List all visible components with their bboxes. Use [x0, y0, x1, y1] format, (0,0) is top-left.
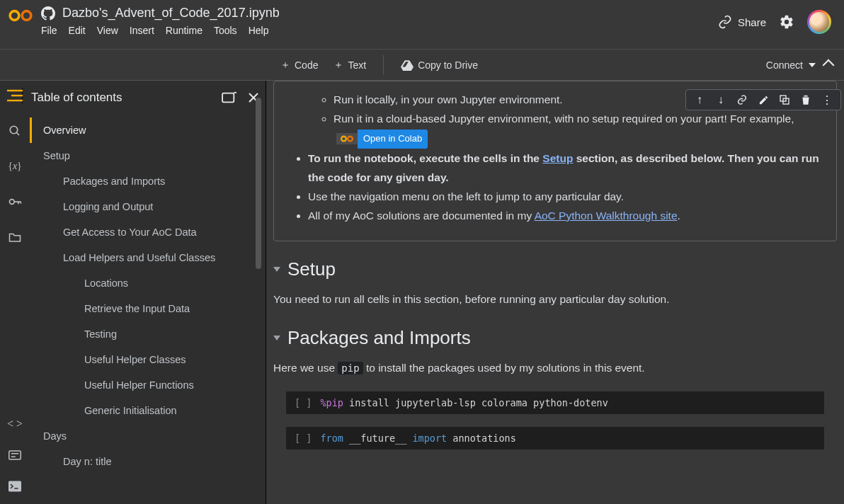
- toc-item[interactable]: Get Access to Your AoC Data: [30, 219, 266, 245]
- packages-description: Here we use pip to install the packages …: [273, 362, 824, 374]
- files-icon[interactable]: [7, 229, 23, 245]
- pip-code: pip: [338, 362, 363, 374]
- mirror-cell-icon[interactable]: [778, 93, 791, 106]
- code-cell[interactable]: [ ] from __future__ import annotations: [286, 427, 824, 449]
- add-text-label: Text: [348, 59, 366, 71]
- pkg-text-1: Here we use: [273, 362, 338, 374]
- menu-runtime[interactable]: Runtime: [166, 25, 203, 36]
- edit-icon[interactable]: [757, 93, 770, 106]
- packages-heading[interactable]: Packages and Imports: [273, 327, 824, 349]
- collapse-header-button[interactable]: [823, 59, 835, 71]
- overview-text: .: [678, 210, 680, 222]
- svg-rect-14: [8, 481, 21, 492]
- code-cell[interactable]: [ ] %pip install jupyterlab-lsp colorama…: [286, 391, 824, 414]
- toc-item[interactable]: Packages and Imports: [30, 168, 266, 194]
- connect-label: Connect: [766, 59, 803, 71]
- delete-icon[interactable]: [799, 93, 812, 106]
- menu-view[interactable]: View: [97, 25, 118, 36]
- separator: [383, 55, 384, 75]
- svg-point-23: [348, 137, 353, 142]
- add-code-button[interactable]: ＋ Code: [280, 59, 318, 71]
- setup-link[interactable]: Setup: [542, 152, 573, 164]
- overview-bullet: Use the navigation menu on the left to j…: [308, 187, 822, 206]
- exec-indicator[interactable]: [ ]: [286, 427, 320, 449]
- toc-item[interactable]: Setup: [30, 143, 266, 168]
- move-up-icon[interactable]: ↑: [693, 93, 706, 106]
- cell-toolbar: ↑ ↓ ⋮: [685, 89, 841, 110]
- overview-bullet: To run the notebook, execute the cells i…: [308, 149, 822, 187]
- account-avatar[interactable]: [807, 10, 831, 34]
- code-token: annotations: [447, 433, 516, 444]
- setup-description: You need to run all cells in this sectio…: [273, 293, 824, 306]
- colab-logo[interactable]: [0, 0, 41, 24]
- copy-to-drive-button[interactable]: Copy to Drive: [401, 59, 478, 71]
- notebook-title[interactable]: Dazbo's_Advent_of_Code_2017.ipynb: [62, 6, 280, 21]
- code-token: %pip: [320, 397, 343, 408]
- toc-item[interactable]: Testing: [30, 321, 266, 347]
- menu-insert[interactable]: Insert: [130, 25, 154, 36]
- share-button[interactable]: Share: [718, 15, 766, 29]
- code-snippets-icon[interactable]: < >: [7, 416, 23, 432]
- code-token: import: [412, 433, 447, 444]
- toc-icon[interactable]: [7, 88, 23, 103]
- setup-heading-label: Setup: [287, 258, 336, 280]
- overview-bullet: Run it in a cloud-based Jupyter environm…: [333, 109, 822, 148]
- toc-scrollbar[interactable]: [256, 98, 261, 269]
- overview-text: To run the notebook, execute the cells i…: [308, 152, 542, 164]
- toc-item[interactable]: Days: [30, 423, 266, 449]
- toc-item[interactable]: Locations: [30, 270, 266, 296]
- command-palette-icon[interactable]: [7, 447, 23, 463]
- exec-indicator[interactable]: [ ]: [286, 391, 320, 414]
- svg-line-6: [16, 132, 19, 135]
- toc-item[interactable]: Day n: title: [30, 449, 266, 474]
- code-token: __future__: [343, 433, 413, 444]
- packages-heading-label: Packages and Imports: [287, 327, 471, 349]
- setup-heading[interactable]: Setup: [273, 258, 824, 280]
- toc-item[interactable]: Load Helpers and Useful Classes: [30, 245, 266, 270]
- menu-bar: File Edit View Insert Runtime Tools Help: [41, 25, 718, 36]
- github-icon: [41, 6, 55, 21]
- caret-down-icon: [809, 63, 816, 67]
- menu-edit[interactable]: Edit: [69, 25, 86, 36]
- plus-icon: ＋: [280, 59, 290, 71]
- new-section-icon[interactable]: [222, 91, 237, 104]
- menu-file[interactable]: File: [41, 25, 57, 36]
- terminal-icon[interactable]: [7, 479, 23, 494]
- cell-link-icon[interactable]: [736, 93, 748, 106]
- drive-icon: [401, 59, 414, 71]
- walkthrough-link[interactable]: AoC Python Walkthrough site: [535, 210, 678, 222]
- connect-button[interactable]: Connect: [766, 59, 816, 71]
- search-icon[interactable]: [7, 123, 23, 139]
- settings-icon[interactable]: [779, 14, 794, 30]
- more-icon[interactable]: ⋮: [821, 93, 833, 106]
- toc-item[interactable]: Useful Helper Classes: [30, 347, 266, 372]
- svg-rect-11: [9, 451, 21, 459]
- toc-item[interactable]: Generic Initialisation: [30, 398, 266, 423]
- plus-icon: ＋: [333, 59, 343, 71]
- collapse-icon[interactable]: [273, 336, 280, 340]
- overview-bullet: All of my AoC solutions are documented i…: [308, 206, 822, 225]
- share-label: Share: [738, 16, 766, 28]
- add-text-button[interactable]: ＋ Text: [333, 59, 366, 71]
- svg-rect-16: [222, 93, 234, 103]
- toc-item[interactable]: Overview: [30, 118, 266, 143]
- overview-text: Run it in a cloud-based Jupyter environm…: [333, 113, 794, 125]
- open-in-colab-badge[interactable]: Open in Colab: [336, 130, 428, 149]
- collapse-icon[interactable]: [273, 267, 280, 272]
- pkg-text-2: to install the packages used by my solut…: [363, 362, 645, 374]
- svg-point-1: [22, 11, 31, 21]
- move-down-icon[interactable]: ↓: [714, 93, 727, 106]
- toc-item[interactable]: Logging and Output: [30, 194, 266, 219]
- toc-title: Table of contents: [31, 91, 122, 105]
- toc-item[interactable]: Retrieve the Input Data: [30, 296, 266, 321]
- secrets-icon[interactable]: [7, 194, 23, 210]
- copy-to-drive-label: Copy to Drive: [418, 59, 478, 71]
- code-token: from: [320, 433, 343, 444]
- toc-item[interactable]: Useful Helper Functions: [30, 372, 266, 398]
- variables-icon[interactable]: {x}: [7, 159, 23, 174]
- menu-tools[interactable]: Tools: [214, 25, 237, 36]
- menu-help[interactable]: Help: [249, 25, 269, 36]
- code-token: install jupyterlab-lsp colorama python-d…: [343, 397, 608, 408]
- toc-list: OverviewSetupPackages and ImportsLogging…: [30, 118, 266, 474]
- overview-text: All of my AoC solutions are documented i…: [308, 210, 535, 222]
